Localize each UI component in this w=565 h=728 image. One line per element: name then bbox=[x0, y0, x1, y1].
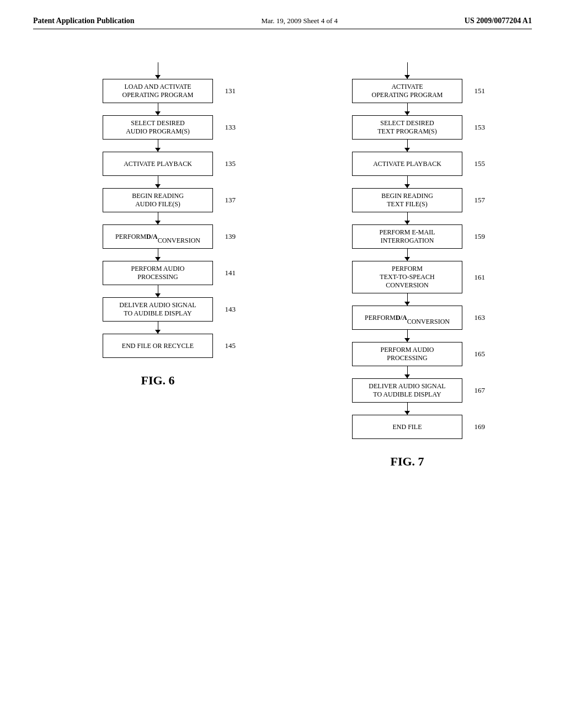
step-label-165: 165 bbox=[475, 350, 486, 358]
step-label-161: 161 bbox=[475, 273, 486, 282]
header-left: Patent Application Publication bbox=[33, 17, 135, 25]
step-label-145: 145 bbox=[225, 341, 236, 350]
step-wrapper-145: END FILE OR RECYCLE145 bbox=[103, 334, 213, 358]
page-header: Patent Application Publication Mar. 19, … bbox=[33, 17, 532, 29]
step-wrapper-167: DELIVER AUDIO SIGNALTO AUDIBLE DISPLAY16… bbox=[352, 378, 462, 403]
page: Patent Application Publication Mar. 19, … bbox=[0, 0, 565, 728]
step-wrapper-131: LOAD AND ACTIVATEOPERATING PROGRAM131 bbox=[103, 79, 213, 103]
arrow-155 bbox=[407, 176, 408, 188]
arrow-133 bbox=[158, 140, 158, 152]
arrow-161 bbox=[407, 293, 408, 306]
step-wrapper-157: BEGIN READINGTEXT FILE(S)157 bbox=[352, 188, 462, 212]
flow-box-167: DELIVER AUDIO SIGNALTO AUDIBLE DISPLAY16… bbox=[352, 378, 462, 403]
header-right: US 2009/0077204 A1 bbox=[465, 17, 532, 25]
fig6-top-arrow bbox=[158, 62, 158, 79]
flow-box-137: BEGIN READINGAUDIO FILE(S)137 bbox=[103, 188, 213, 212]
step-label-167: 167 bbox=[475, 386, 486, 395]
step-wrapper-165: PERFORM AUDIOPROCESSING165 bbox=[352, 342, 462, 366]
step-wrapper-169: END FILE169 bbox=[352, 415, 462, 439]
arrow-163 bbox=[407, 330, 408, 342]
flow-box-141: PERFORM AUDIOPROCESSING141 bbox=[103, 261, 213, 285]
flow-box-153: SELECT DESIREDTEXT PROGRAM(S)153 bbox=[352, 115, 462, 140]
arrow-151 bbox=[407, 103, 408, 115]
fig7-top-arrow bbox=[407, 62, 408, 79]
step-label-157: 157 bbox=[475, 196, 486, 205]
step-label-169: 169 bbox=[475, 422, 486, 431]
arrow-135 bbox=[158, 176, 158, 188]
arrow-157 bbox=[407, 212, 408, 224]
fig6-diagram: LOAD AND ACTIVATEOPERATING PROGRAM131SEL… bbox=[64, 62, 252, 388]
step-wrapper-133: SELECT DESIREDAUDIO PROGRAM(S)133 bbox=[103, 115, 213, 140]
step-wrapper-163: PERFORM D/ACONVERSION163 bbox=[352, 306, 462, 330]
flow-box-131: LOAD AND ACTIVATEOPERATING PROGRAM131 bbox=[103, 79, 213, 103]
step-wrapper-135: ACTIVATE PLAYBACK135 bbox=[103, 152, 213, 176]
header-center: Mar. 19, 2009 Sheet 4 of 4 bbox=[261, 17, 338, 25]
arrow-153 bbox=[407, 140, 408, 152]
step-label-155: 155 bbox=[475, 159, 486, 168]
flow-box-139: PERFORM D/ACONVERSION139 bbox=[103, 224, 213, 249]
arrow-143 bbox=[158, 322, 158, 334]
flow-box-161: PERFORMTEXT-TO-SPEACHCONVERSION161 bbox=[352, 261, 462, 293]
step-label-141: 141 bbox=[225, 269, 236, 277]
step-label-143: 143 bbox=[225, 305, 236, 314]
step-label-153: 153 bbox=[475, 123, 486, 132]
step-wrapper-155: ACTIVATE PLAYBACK155 bbox=[352, 152, 462, 176]
step-wrapper-161: PERFORMTEXT-TO-SPEACHCONVERSION161 bbox=[352, 261, 462, 293]
fig6-flow: LOAD AND ACTIVATEOPERATING PROGRAM131SEL… bbox=[64, 62, 252, 358]
arrow-139 bbox=[158, 249, 158, 261]
arrow-159 bbox=[407, 249, 408, 261]
step-label-131: 131 bbox=[225, 87, 236, 95]
flow-box-143: DELIVER AUDIO SIGNALTO AUDIBLE DISPLAY14… bbox=[103, 297, 213, 322]
flow-box-157: BEGIN READINGTEXT FILE(S)157 bbox=[352, 188, 462, 212]
flow-box-159: PERFORM E-MAILINTERROGATION159 bbox=[352, 224, 462, 249]
arrow-137 bbox=[158, 212, 158, 224]
fig7-diagram: ACTIVATEOPERATING PROGRAM151SELECT DESIR… bbox=[313, 62, 501, 469]
flow-box-155: ACTIVATE PLAYBACK155 bbox=[352, 152, 462, 176]
arrow-131 bbox=[158, 103, 158, 115]
step-wrapper-151: ACTIVATEOPERATING PROGRAM151 bbox=[352, 79, 462, 103]
fig7-flow: ACTIVATEOPERATING PROGRAM151SELECT DESIR… bbox=[313, 62, 501, 439]
flow-box-163: PERFORM D/ACONVERSION163 bbox=[352, 306, 462, 330]
step-label-133: 133 bbox=[225, 123, 236, 132]
fig7-label: FIG. 7 bbox=[390, 454, 424, 469]
step-wrapper-141: PERFORM AUDIOPROCESSING141 bbox=[103, 261, 213, 285]
step-label-135: 135 bbox=[225, 159, 236, 168]
flow-box-169: END FILE169 bbox=[352, 415, 462, 439]
flow-box-151: ACTIVATEOPERATING PROGRAM151 bbox=[352, 79, 462, 103]
flow-box-145: END FILE OR RECYCLE145 bbox=[103, 334, 213, 358]
step-wrapper-159: PERFORM E-MAILINTERROGATION159 bbox=[352, 224, 462, 249]
step-label-139: 139 bbox=[225, 232, 236, 241]
step-label-163: 163 bbox=[475, 313, 486, 322]
step-label-151: 151 bbox=[475, 87, 486, 95]
fig6-label: FIG. 6 bbox=[141, 373, 174, 388]
arrow-167 bbox=[407, 403, 408, 415]
flow-box-165: PERFORM AUDIOPROCESSING165 bbox=[352, 342, 462, 366]
flow-box-135: ACTIVATE PLAYBACK135 bbox=[103, 152, 213, 176]
diagrams-container: LOAD AND ACTIVATEOPERATING PROGRAM131SEL… bbox=[33, 51, 532, 469]
step-wrapper-137: BEGIN READINGAUDIO FILE(S)137 bbox=[103, 188, 213, 212]
step-wrapper-143: DELIVER AUDIO SIGNALTO AUDIBLE DISPLAY14… bbox=[103, 297, 213, 322]
arrow-141 bbox=[158, 285, 158, 297]
step-wrapper-139: PERFORM D/ACONVERSION139 bbox=[103, 224, 213, 249]
arrow-165 bbox=[407, 366, 408, 378]
flow-box-133: SELECT DESIREDAUDIO PROGRAM(S)133 bbox=[103, 115, 213, 140]
step-wrapper-153: SELECT DESIREDTEXT PROGRAM(S)153 bbox=[352, 115, 462, 140]
step-label-159: 159 bbox=[475, 232, 486, 241]
step-label-137: 137 bbox=[225, 196, 236, 205]
